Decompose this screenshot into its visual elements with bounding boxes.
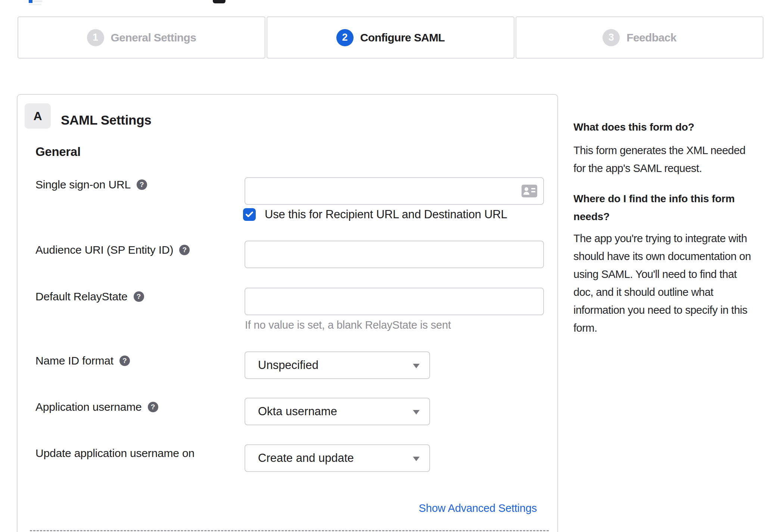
application-username-help-icon[interactable]: ? [148, 402, 158, 412]
wizard-stepper: 1 General Settings 2 Configure SAML 3 Fe… [18, 16, 763, 59]
cutoff-app-logo-fragment [213, 0, 225, 3]
name-id-format-select[interactable]: Unspecified [245, 351, 430, 379]
cutoff-gray-fragment-2 [29, 4, 41, 5]
step-1-label: General Settings [111, 31, 196, 44]
checkmark-icon [245, 211, 254, 218]
name-id-format-label: Name ID format [35, 354, 113, 367]
cutoff-gray-fragment [33, 0, 42, 2]
section-divider [30, 530, 549, 531]
step-3-label: Feedback [626, 31, 676, 44]
application-username-select[interactable]: Okta username [245, 398, 430, 425]
relaystate-hint: If no value is set, a blank RelayState i… [245, 319, 451, 331]
recipient-url-checkbox[interactable] [243, 208, 256, 221]
update-app-username-value: Create and update [258, 451, 354, 465]
recipient-url-checkbox-row: Use this for Recipient URL and Destinati… [243, 208, 507, 221]
sidebar-question-2: Where do I find the info this form needs… [573, 190, 781, 226]
contact-card-icon [522, 185, 537, 197]
sidebar-answer-2: The app you're trying to integrate with … [573, 229, 781, 337]
audience-uri-help-icon[interactable]: ? [179, 245, 190, 255]
sso-url-label-row: Single sign-on URL ? [35, 178, 147, 191]
update-app-username-select[interactable]: Create and update [245, 444, 430, 472]
application-username-label: Application username [35, 401, 142, 413]
step-3-number: 3 [603, 29, 620, 46]
section-title: SAML Settings [61, 113, 151, 128]
dropdown-caret-icon [413, 457, 420, 461]
audience-uri-label-row: Audience URI (SP Entity ID) ? [35, 244, 190, 256]
recipient-url-checkbox-label: Use this for Recipient URL and Destinati… [265, 208, 507, 221]
step-2-label: Configure SAML [360, 31, 445, 44]
name-id-format-help-icon[interactable]: ? [119, 356, 130, 366]
application-username-label-row: Application username ? [35, 401, 158, 413]
section-badge: A [25, 103, 51, 129]
update-app-username-label-row: Update application username on [35, 447, 195, 460]
step-1-number: 1 [87, 29, 104, 46]
default-relaystate-label-row: Default RelayState ? [35, 290, 144, 303]
step-general-settings[interactable]: 1 General Settings [18, 16, 265, 59]
sidebar-question-1: What does this form do? [573, 118, 781, 136]
subsection-title: General [35, 145, 81, 159]
cutoff-blue-logo-fragment [29, 0, 32, 3]
sso-url-help-icon[interactable]: ? [137, 179, 147, 190]
audience-uri-label: Audience URI (SP Entity ID) [35, 244, 173, 256]
step-2-number: 2 [336, 29, 354, 46]
sidebar-answer-1: This form generates the XML needed for t… [573, 141, 781, 177]
sso-url-input[interactable] [245, 177, 544, 205]
update-app-username-label: Update application username on [35, 447, 195, 460]
default-relaystate-help-icon[interactable]: ? [134, 291, 144, 302]
application-username-value: Okta username [258, 405, 337, 418]
audience-uri-input[interactable] [245, 241, 544, 268]
dropdown-caret-icon [413, 364, 420, 368]
show-advanced-settings-link[interactable]: Show Advanced Settings [419, 502, 537, 514]
name-id-format-value: Unspecified [258, 359, 318, 372]
default-relaystate-label: Default RelayState [35, 290, 128, 303]
sso-url-label: Single sign-on URL [35, 178, 131, 191]
dropdown-caret-icon [413, 410, 420, 414]
default-relaystate-input[interactable] [245, 288, 544, 315]
step-feedback[interactable]: 3 Feedback [516, 16, 763, 59]
step-configure-saml[interactable]: 2 Configure SAML [267, 16, 514, 59]
name-id-format-label-row: Name ID format ? [35, 354, 130, 367]
